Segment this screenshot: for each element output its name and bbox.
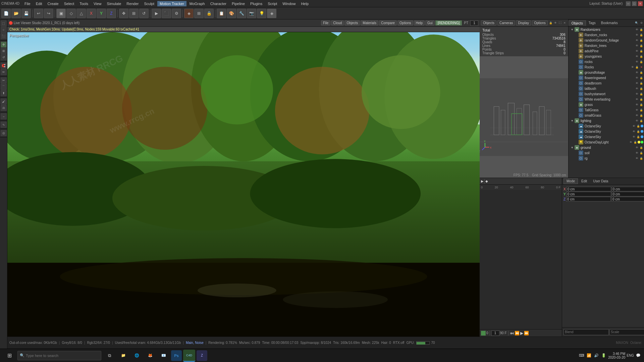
network-icon[interactable]: 📶 [586,353,592,359]
lock-icon-white_everlasting[interactable]: 🔒 [639,97,643,101]
save-btn[interactable]: 💾 [21,9,31,18]
eye-icon-tallbush[interactable]: 👁 [635,86,639,90]
tree-item-bushystarwort[interactable]: ⬡bushystarwort👁🔒 [569,91,644,97]
render-region-btn[interactable]: ⬛ [162,9,171,18]
attr-tab-edit[interactable]: Edit [579,179,590,184]
maximize-btn[interactable]: □ [632,1,637,6]
eye-icon-grass[interactable]: 👁 [635,103,639,107]
tree-arrow-lighting[interactable]: ▼ [571,119,574,122]
lock-icon-bushystarwort[interactable]: 🔒 [639,92,643,96]
lock-icon-smallgrass[interactable]: 🔒 [639,113,643,117]
paint-btn[interactable]: 🖌 [1,99,7,105]
eye-icon-white_everlasting[interactable]: 👁 [635,97,639,101]
move-tool-btn[interactable]: ✥ [119,9,128,18]
tree-item-floweringweed[interactable]: ⬡floweringweed👁🔒 [569,75,644,80]
menu-motion-tracker[interactable]: Motion Tracker [157,1,186,6]
eye-icon-octanedaylight[interactable]: 👁 [629,140,633,144]
eye-icon-octanesky1[interactable]: 👁 [632,124,636,128]
rotate-tool-btn[interactable]: ↺ [139,9,149,18]
mini-options-btn[interactable]: Options [532,20,547,25]
tree-item-tallbush[interactable]: ⬡tallbush👁🔒 [569,86,644,91]
tree-item-smallgrass[interactable]: ⬡smallGrass👁🔒 [569,113,644,118]
tree-item-random_trees[interactable]: ⊛Random_trees👁🔒 [569,43,644,48]
menu-file[interactable]: File [22,1,33,6]
extra-btn[interactable]: ◈ [267,9,276,18]
tree-item-randomizers[interactable]: ▼◈Randomizers👁🔒 [569,27,644,32]
search-icon[interactable]: 🔍 [635,21,639,25]
tl-frame-input[interactable] [491,330,499,336]
timeline-tracks[interactable] [480,190,562,329]
tree-item-white_everlasting[interactable]: ⬡White everlasting👁🔒 [569,97,644,102]
z-rot-input[interactable] [611,197,644,201]
tab-tags[interactable]: Tags [586,20,598,25]
minimize-btn[interactable]: ─ [626,1,631,6]
start-btn[interactable]: ⊞ [3,350,16,362]
select-tool-btn[interactable]: ⬚ [1,20,7,26]
z-axis-btn[interactable]: Z [107,9,116,18]
menu-character[interactable]: Character [208,1,229,6]
undo-btn[interactable]: ↩ [34,9,43,18]
eye-icon-smallgrass[interactable]: 👁 [635,113,639,117]
lock-icon-rocks_lower[interactable]: 🔒 [639,60,643,64]
y-axis-btn[interactable]: Y [97,9,106,18]
tree-item-octanedaylight[interactable]: 💡OctaneDayLight👁🔒 [569,139,644,145]
object-manager-btn[interactable]: 📋 [217,9,226,18]
eye-icon-youngpines[interactable]: 👁 [635,54,639,58]
lock-icon-octanedaylight[interactable]: 🔒 [633,140,637,144]
tree-item-rocks_lower[interactable]: ⬡rocks👁🔒 [569,59,644,64]
lock-icon-groundfoliage[interactable]: 🔒 [639,70,643,74]
email-btn[interactable]: 📧 [158,350,170,362]
zbrush-btn[interactable]: Z [197,350,207,361]
eye-icon-rg[interactable]: 👁 [635,156,639,160]
photoshop-btn[interactable]: Ps [171,350,182,361]
object-tree-scroll[interactable]: ▼◈Randomizers👁🔒⊛Random_rocks👁🔒⊛randomGro… [569,27,644,178]
mini-fullscreen-icon[interactable]: ⛶ [558,21,562,25]
tree-item-lighting[interactable]: ▼◈lighting👁🔒 [569,118,644,123]
tree-item-youngpines[interactable]: ⊛youngpines👁🔒 [569,54,644,59]
model-mode-btn[interactable]: ▣ [56,9,66,18]
eye-icon-rocks_lower[interactable]: 👁 [635,60,639,64]
lock-icon-rocks_upper[interactable]: 🔒 [635,65,639,69]
attr-tab-mode[interactable]: Mode [564,178,578,184]
lock-icon-octanesky1[interactable]: 🔒 [636,124,640,128]
eye-icon-lighting[interactable]: 👁 [635,119,639,123]
lock-icon-octanesky3[interactable]: 🔒 [636,135,640,139]
tree-item-groundfoliage[interactable]: ◈groundfoliage👁🔒 [569,70,644,75]
new-btn[interactable]: 📄 [1,9,11,18]
lock-icon-randomground_foliage[interactable]: 🔒 [639,38,643,42]
tree-item-deadbroom[interactable]: ⬡deadbroom👁🔒 [569,80,644,86]
tl-prev-btn[interactable]: ⏪ [515,331,520,336]
tl-play-btn[interactable]: ▶ [520,331,523,336]
menu-edit[interactable]: Edit [34,1,45,6]
lasso-tool-btn[interactable]: ○ [1,27,7,33]
firefox-btn[interactable]: 🦊 [144,350,156,362]
move-btn[interactable]: ✥ [1,42,7,48]
light-btn[interactable]: 💡 [257,9,266,18]
edge-mode-btn[interactable]: ◇ [66,9,76,18]
lock-icon-tallgrass[interactable]: 🔒 [639,108,643,112]
grid-btn[interactable]: ⊞ [194,9,204,18]
menu-view[interactable]: View [91,1,104,6]
render-viewport[interactable]: Perspective 人人素材 RRCG www.rrcg.cn [7,32,480,337]
x-rot-input[interactable] [612,187,644,191]
lock-icon-random_rocks[interactable]: 🔒 [639,33,643,37]
tree-item-grass[interactable]: ◈grass👁🔒 [569,102,644,107]
taskbar-search-box[interactable]: 🔍 [17,351,101,360]
lock-icon-grass[interactable]: 🔒 [639,103,643,107]
render-settings-btn[interactable]: ⚙ [172,9,181,18]
eye-icon-random_rocks[interactable]: 👁 [635,33,639,37]
tree-item-random_rocks[interactable]: ⊛Random_rocks👁🔒 [569,32,644,38]
eye-icon-rocks_upper[interactable]: 👁 [631,65,635,69]
menu-pipeline[interactable]: Pipeline [229,1,247,6]
eye-icon-random_trees[interactable]: 👁 [635,44,639,48]
menu-simulate[interactable]: Simulate [105,1,124,6]
tree-item-ground[interactable]: ▼◈ground👁🔒 [569,145,644,150]
bridge-btn[interactable]: ⌒ [1,84,7,90]
wireframe-display[interactable]: X Y Z FPS: 77.5 Grid Spacing: 1000 cm [480,57,568,178]
lock-icon-random_trees[interactable]: 🔒 [639,44,643,48]
menu-window[interactable]: Window [280,1,298,6]
menu-render[interactable]: Render [124,1,141,6]
y-pos-input[interactable] [567,192,611,196]
vp-gui-btn[interactable]: Gui [425,20,435,25]
tree-item-soil[interactable]: ⬡soil👁🔒 [569,150,644,156]
